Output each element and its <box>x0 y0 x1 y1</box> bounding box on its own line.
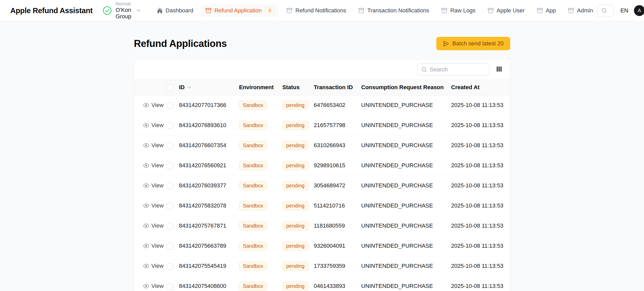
nav-item[interactable]: App <box>532 4 560 17</box>
environment-cell: Sandbox <box>237 155 280 176</box>
id-cell: 843142077017366 <box>177 95 237 115</box>
environment-badge: Sandbox <box>239 181 267 190</box>
row-actions-cell: View <box>134 256 165 276</box>
nav-item[interactable]: Raw Logs <box>437 4 480 17</box>
row-actions-cell: View <box>134 216 165 236</box>
table-header: ID Environment Status Transaction ID Con… <box>134 80 510 95</box>
table-row: View 843142076560921 Sandbox pending <box>134 155 510 176</box>
eye-icon <box>143 122 149 128</box>
view-button[interactable]: View <box>143 122 163 129</box>
row-checkbox[interactable] <box>167 223 173 229</box>
transaction-id-cell: 5114210716 <box>312 196 359 216</box>
environment-cell: Sandbox <box>237 256 280 276</box>
row-select-cell <box>165 115 177 135</box>
view-button[interactable]: View <box>143 283 163 289</box>
refund-table-card: ID Environment Status Transaction ID Con… <box>134 59 510 291</box>
status-column-header: Status <box>280 80 312 95</box>
status-cell: pending <box>280 276 312 291</box>
id-cell: 843142075545419 <box>177 256 237 276</box>
row-checkbox[interactable] <box>167 102 173 109</box>
row-checkbox[interactable] <box>167 243 173 250</box>
nav-item[interactable]: Admin <box>564 4 597 17</box>
view-button[interactable]: View <box>143 222 163 229</box>
view-button[interactable]: View <box>143 162 163 169</box>
row-select-cell <box>165 236 177 256</box>
view-button[interactable]: View <box>143 263 163 269</box>
status-cell: pending <box>280 196 312 216</box>
row-checkbox[interactable] <box>167 203 173 209</box>
view-button[interactable]: View <box>143 202 163 209</box>
view-button[interactable]: View <box>143 102 163 109</box>
archive-box-icon <box>441 7 448 14</box>
id-column-header[interactable]: ID <box>177 80 237 95</box>
nav-item-label: Refund Application <box>214 7 262 14</box>
select-all-checkbox[interactable] <box>167 85 173 91</box>
environment-cell: Sandbox <box>237 115 280 135</box>
table-row: View 843142075767871 Sandbox pending <box>134 216 510 236</box>
row-checkbox[interactable] <box>167 122 173 129</box>
tenant-switcher[interactable]: Normal O'Kon Group <box>102 1 141 20</box>
eye-icon <box>143 102 149 108</box>
nav-item[interactable]: Transaction Notifications <box>354 4 433 17</box>
reason-cell: UNINTENDED_PURCHASE <box>359 196 449 216</box>
tenant-status-label: Normal <box>115 1 131 7</box>
eye-icon <box>143 263 149 269</box>
language-switcher[interactable]: EN <box>620 7 628 14</box>
nav-item[interactable]: Dashboard <box>152 4 198 17</box>
nav-item-label: Apple User <box>497 7 525 14</box>
brand-title: Apple Refund Assistant <box>10 6 93 15</box>
view-label: View <box>152 182 164 189</box>
environment-badge: Sandbox <box>239 201 267 210</box>
row-select-cell <box>165 256 177 276</box>
id-cell: 843142076560921 <box>177 155 237 176</box>
row-select-cell <box>165 216 177 236</box>
nav-item[interactable]: Refund Application 0 <box>201 4 278 17</box>
global-search <box>597 5 614 17</box>
environment-badge: Sandbox <box>239 282 267 291</box>
home-icon <box>156 7 163 14</box>
eye-icon <box>143 243 149 249</box>
main-nav: Dashboard Refund Application 0 <box>152 4 597 17</box>
batch-send-button[interactable]: Batch send latest 20 <box>436 37 510 50</box>
created-at-cell: 2025-10-08 11:13:53 <box>449 216 510 236</box>
status-check-icon <box>102 6 112 15</box>
view-button[interactable]: View <box>143 142 163 149</box>
row-actions-cell: View <box>134 276 165 291</box>
row-checkbox[interactable] <box>167 263 173 270</box>
environment-cell: Sandbox <box>237 276 280 291</box>
environment-cell: Sandbox <box>237 176 280 196</box>
created-at-cell: 2025-10-08 11:13:53 <box>449 236 510 256</box>
created-at-column-header: Created At <box>449 80 510 95</box>
transaction-id-cell: 3054689472 <box>312 176 359 196</box>
view-label: View <box>152 102 164 109</box>
status-badge: pending <box>282 161 308 170</box>
nav-item[interactable]: Refund Notifications <box>282 4 350 17</box>
transaction-id-cell: 6310266943 <box>312 135 359 155</box>
environment-badge: Sandbox <box>239 242 267 251</box>
page-title: Refund Applications <box>134 38 227 49</box>
table-search-input[interactable] <box>430 66 486 73</box>
toggle-columns-button[interactable] <box>495 64 504 74</box>
row-select-cell <box>165 196 177 216</box>
reason-cell: UNINTENDED_PURCHASE <box>359 176 449 196</box>
row-checkbox[interactable] <box>167 183 173 189</box>
nav-item-label: Refund Notifications <box>295 7 346 14</box>
environment-badge: Sandbox <box>239 141 267 150</box>
row-checkbox[interactable] <box>167 143 173 149</box>
row-checkbox[interactable] <box>167 283 173 290</box>
nav-item-label: Transaction Notifications <box>367 7 429 14</box>
status-badge: pending <box>282 262 308 271</box>
created-at-cell: 2025-10-08 11:13:53 <box>449 95 510 115</box>
transaction-id-cell: 6476653402 <box>312 95 359 115</box>
avatar[interactable]: A <box>634 5 644 16</box>
row-checkbox[interactable] <box>167 163 173 169</box>
table-toolbar <box>134 59 510 80</box>
transaction-id-cell: 1181680559 <box>312 216 359 236</box>
nav-item[interactable]: Apple User <box>483 4 529 17</box>
status-badge: pending <box>282 201 308 210</box>
status-badge: pending <box>282 242 308 251</box>
table-row: View 843142075545419 Sandbox pending <box>134 256 510 276</box>
row-select-cell <box>165 276 177 291</box>
view-button[interactable]: View <box>143 182 163 189</box>
view-button[interactable]: View <box>143 243 163 249</box>
